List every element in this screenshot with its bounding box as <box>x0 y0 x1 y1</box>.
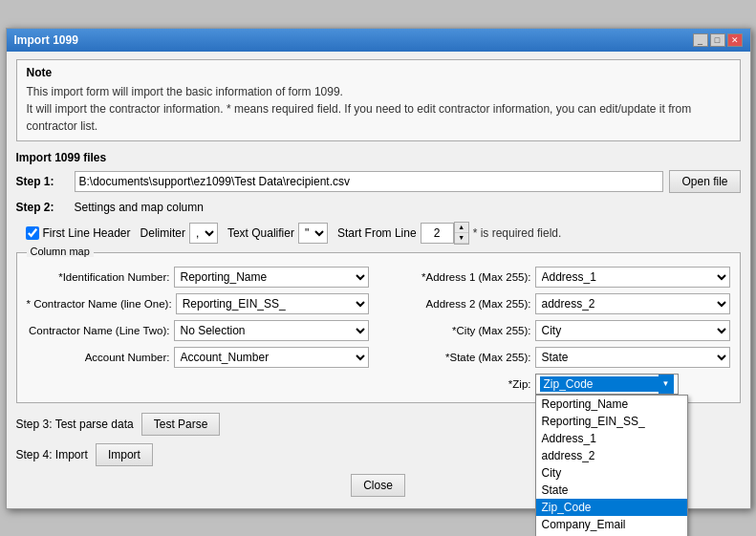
zip-option-state[interactable]: State <box>536 482 687 499</box>
import-window: Import 1099 _ □ ✕ Note This import form … <box>6 28 751 509</box>
step1-row: Step 1: Open file <box>16 170 741 193</box>
window-close-button[interactable]: ✕ <box>727 33 743 47</box>
zip-select-wrapper: Zip_Code ▼ Reporting_Name Reporting_EIN_… <box>535 374 679 395</box>
zip-option-reporting-name[interactable]: Reporting_Name <box>536 396 687 413</box>
note-title: Note <box>27 66 730 79</box>
first-line-header-group: First Line Header <box>26 226 131 240</box>
contractor-name-one-label: * Contractor Name (line One): <box>27 298 172 310</box>
zip-option-city[interactable]: City <box>536 464 687 482</box>
import-button[interactable]: Import <box>96 443 153 466</box>
start-line-input[interactable] <box>421 223 454 244</box>
map-row-identification: *Identification Number: Reporting_Name <box>27 267 369 288</box>
window-title: Import 1099 <box>14 33 78 47</box>
map-row-account-number: Account Number: Account_Number <box>27 347 369 368</box>
zip-dropdown-list: Reporting_Name Reporting_EIN_SS_ Address… <box>535 395 688 537</box>
required-note: * is required field. <box>473 226 562 240</box>
text-qualifier-label: Text Qualifier <box>227 226 294 240</box>
delimiter-group: Delimiter , <box>140 223 218 244</box>
first-line-header-label: First Line Header <box>43 226 131 240</box>
contractor-name-two-select[interactable]: No Selection <box>174 320 369 341</box>
open-file-button[interactable]: Open file <box>669 170 740 193</box>
map-row-contractor-name-two: Contractor Name (Line Two): No Selection <box>27 320 369 341</box>
contractor-name-one-select[interactable]: Reporting_EIN_SS_ <box>176 293 369 314</box>
note-line1: This import form will import the basic i… <box>27 83 730 100</box>
left-fields-group: *Identification Number: Reporting_Name *… <box>27 267 369 395</box>
contractor-name-two-label: Contractor Name (Line Two): <box>27 325 170 336</box>
map-row-city: *City (Max 255): City <box>388 320 730 341</box>
maximize-button[interactable]: □ <box>710 33 725 47</box>
text-qualifier-select[interactable]: " <box>298 223 328 244</box>
minimize-button[interactable]: _ <box>693 33 708 47</box>
first-line-header-checkbox[interactable] <box>26 226 39 240</box>
identification-select[interactable]: Reporting_Name <box>174 267 369 288</box>
step2-label: Step 2: <box>16 201 69 214</box>
state-label: *State (Max 255): <box>388 352 531 363</box>
map-row-address1: *Address 1 (Max 255): Address_1 <box>388 267 730 288</box>
address1-label: *Address 1 (Max 255): <box>388 271 531 283</box>
address2-select[interactable]: address_2 <box>535 293 730 314</box>
start-from-line-group: Start From Line ▲ ▼ * is required field. <box>337 222 561 245</box>
column-map-title: Column map <box>27 246 94 257</box>
right-fields-group: *Address 1 (Max 255): Address_1 Address … <box>388 267 730 395</box>
test-parse-button[interactable]: Test Parse <box>141 413 221 436</box>
address1-select[interactable]: Address_1 <box>535 267 730 288</box>
qualifier-group: Text Qualifier " <box>227 223 328 244</box>
zip-option-zipcode[interactable]: Zip_Code <box>536 499 687 516</box>
account-number-label: Account Number: <box>27 352 170 363</box>
identification-label: *Identification Number: <box>27 271 170 283</box>
zip-option-address1[interactable]: Address_1 <box>536 430 687 447</box>
zip-option-company-email[interactable]: Company_Email <box>536 516 687 533</box>
zip-option-address2[interactable]: address_2 <box>536 447 687 464</box>
step2-settings-label: Settings and map column <box>75 201 204 214</box>
title-bar-buttons: _ □ ✕ <box>693 33 743 47</box>
zip-selected-value: Zip_Code <box>540 376 659 392</box>
zip-option-reporting-ein[interactable]: Reporting_EIN_SS_ <box>536 413 687 430</box>
map-row-contractor-name-one: * Contractor Name (line One): Reporting_… <box>27 293 369 314</box>
note-line2: It will import the contractor informatio… <box>27 100 730 135</box>
zip-dropdown-button[interactable]: Zip_Code ▼ <box>535 374 679 395</box>
state-select[interactable]: State <box>535 347 730 368</box>
account-number-select[interactable]: Account_Number <box>174 347 369 368</box>
start-line-spinner: ▲ ▼ <box>421 222 469 245</box>
map-row-zip: *Zip: Zip_Code ▼ Reporting_Name Reportin… <box>388 374 730 395</box>
start-from-line-label: Start From Line <box>337 226 417 240</box>
map-row-state: *State (Max 255): State <box>388 347 730 368</box>
city-select[interactable]: City <box>535 320 730 341</box>
note-box: Note This import form will import the ba… <box>16 59 741 141</box>
spinner-buttons: ▲ ▼ <box>454 222 469 245</box>
city-label: *City (Max 255): <box>388 325 531 336</box>
delimiter-select[interactable]: , <box>189 223 218 244</box>
step3-label: Step 3: Test parse data <box>16 418 134 431</box>
address2-label: Address 2 (Max 255): <box>388 298 531 310</box>
zip-label: *Zip: <box>388 378 531 390</box>
column-map-grid: *Identification Number: Reporting_Name *… <box>27 267 730 395</box>
step4-label: Step 4: Import <box>16 448 88 461</box>
window-content: Note This import form will import the ba… <box>7 52 750 508</box>
spinner-up-button[interactable]: ▲ <box>455 223 468 233</box>
zip-option-firstname[interactable]: FirstName <box>536 533 687 537</box>
map-row-address2: Address 2 (Max 255): address_2 <box>388 293 730 314</box>
import-section-label: Import 1099 files <box>16 151 741 164</box>
spinner-down-button[interactable]: ▼ <box>455 233 468 244</box>
delimiter-label: Delimiter <box>140 226 185 240</box>
title-bar: Import 1099 _ □ ✕ <box>7 29 750 52</box>
zip-dropdown-arrow: ▼ <box>659 375 674 394</box>
column-map-box: Column map *Identification Number: Repor… <box>16 252 741 403</box>
step2-settings-row: First Line Header Delimiter , Text Quali… <box>16 222 741 245</box>
close-button[interactable]: Close <box>351 474 405 497</box>
step1-label: Step 1: <box>16 175 69 188</box>
step2-label-row: Step 2: Settings and map column <box>16 201 741 214</box>
file-path-input[interactable] <box>75 171 664 192</box>
